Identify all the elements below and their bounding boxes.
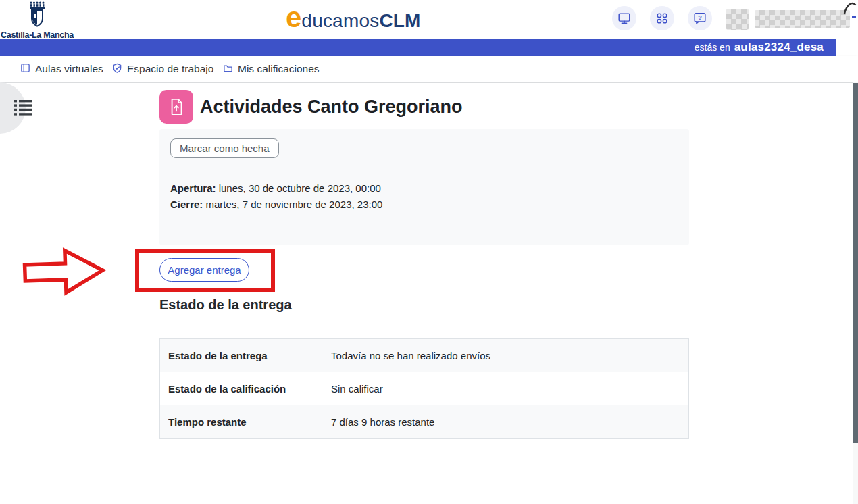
red-arrow-annotation bbox=[22, 245, 107, 301]
navbar: Aulas virtuales Espacio de trabajo Mis c… bbox=[0, 56, 858, 82]
nav-item-mis-calificaciones[interactable]: Mis calificaciones bbox=[223, 56, 320, 82]
closing-date-label: Cierre: bbox=[170, 199, 203, 210]
row-value: Todavía no se han realizado envíos bbox=[322, 339, 688, 372]
context-prefix: estás en bbox=[695, 42, 730, 53]
closing-date-value: martes, 7 de noviembre de 2023, 23:00 bbox=[203, 199, 382, 210]
context-course-name: aulas2324_desa bbox=[734, 41, 824, 54]
row-label: Estado de la entrega bbox=[160, 339, 322, 372]
nav-item-label: Mis calificaciones bbox=[238, 63, 320, 75]
row-label: Tiempo restante bbox=[160, 405, 322, 438]
header: Castilla-La Mancha educamosCLM ? bbox=[0, 0, 858, 39]
shield-check-icon bbox=[112, 63, 122, 76]
course-index-toggle[interactable] bbox=[0, 82, 26, 134]
main-content: Actividades Canto Gregoriano Marcar como… bbox=[0, 82, 858, 504]
assignment-icon bbox=[159, 90, 193, 124]
folder-icon bbox=[223, 63, 233, 76]
nav-item-aulas-virtuales[interactable]: Aulas virtuales bbox=[20, 56, 103, 82]
divider bbox=[170, 168, 678, 168]
vertical-scrollbar[interactable] bbox=[853, 82, 858, 504]
journal-icon bbox=[20, 63, 30, 76]
divider bbox=[170, 224, 678, 224]
nav-item-label: Espacio de trabajo bbox=[127, 63, 213, 75]
help-chat-icon[interactable]: ? bbox=[688, 6, 712, 30]
row-value: Sin calificar bbox=[322, 372, 688, 405]
activity-info-panel: Marcar como hecha Apertura: lunes, 30 de… bbox=[159, 129, 689, 245]
nav-item-label: Aulas virtuales bbox=[35, 63, 103, 75]
redacted-user-avatar[interactable] bbox=[726, 9, 749, 30]
row-label: Estado de la calificación bbox=[160, 372, 322, 405]
educamosclm-logo: educamosCLM bbox=[286, 4, 421, 35]
brand-name: ducamos bbox=[301, 10, 379, 32]
row-value: 7 días 9 horas restante bbox=[322, 405, 688, 438]
brand-initial: e bbox=[286, 4, 301, 31]
castilla-la-mancha-crest-icon bbox=[20, 1, 55, 30]
brand-suffix: CLM bbox=[379, 10, 420, 32]
scrollbar-thumb[interactable] bbox=[853, 83, 858, 443]
closing-date: Cierre: martes, 7 de noviembre de 2023, … bbox=[170, 198, 382, 211]
nav-item-espacio-de-trabajo[interactable]: Espacio de trabajo bbox=[112, 56, 213, 82]
context-bar: estás en aulas2324_desa bbox=[0, 39, 836, 56]
castilla-la-mancha-logo[interactable]: Castilla-La Mancha bbox=[8, 1, 66, 40]
mark-as-done-button[interactable]: Marcar como hecha bbox=[170, 138, 279, 158]
red-highlight-rectangle bbox=[135, 249, 275, 292]
corner-annotation-mark bbox=[842, 1, 857, 21]
opening-date-value: lunes, 30 de octubre de 2023, 00:00 bbox=[216, 182, 381, 194]
monitor-icon[interactable] bbox=[612, 6, 636, 30]
svg-text:?: ? bbox=[698, 14, 702, 21]
submission-status-table: Estado de la entrega Todavía no se han r… bbox=[159, 338, 689, 439]
table-row: Estado de la entrega Todavía no se han r… bbox=[160, 339, 688, 372]
opening-date: Apertura: lunes, 30 de octubre de 2023, … bbox=[170, 182, 381, 195]
table-row: Tiempo restante 7 días 9 horas restante bbox=[160, 405, 688, 438]
redacted-user-name[interactable] bbox=[755, 10, 850, 28]
submission-status-heading: Estado de la entrega bbox=[159, 297, 292, 313]
page: Castilla-La Mancha educamosCLM ? bbox=[0, 0, 858, 504]
apps-grid-icon[interactable] bbox=[650, 6, 674, 30]
list-icon bbox=[14, 99, 32, 116]
table-row: Estado de la calificación Sin calificar bbox=[160, 372, 688, 405]
opening-date-label: Apertura: bbox=[170, 182, 216, 194]
activity-title: Actividades Canto Gregoriano bbox=[200, 90, 463, 124]
